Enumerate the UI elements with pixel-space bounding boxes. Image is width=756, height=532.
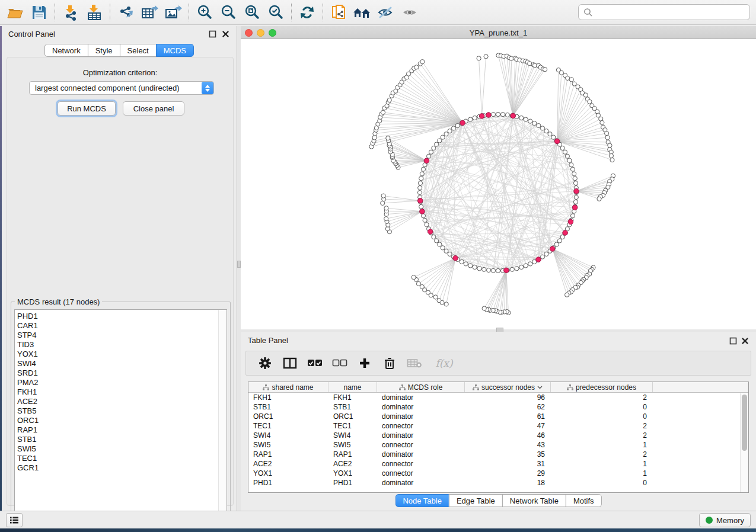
table-row-PHD1[interactable]: PHD1PHD1dominator180: [248, 478, 748, 488]
cell-MCDS-role[interactable]: dominator: [377, 393, 465, 402]
zoom-fit-button[interactable]: [240, 2, 264, 23]
table-row-ORC1[interactable]: ORC1ORC1dominator610: [248, 412, 748, 421]
table-row-SWI4[interactable]: SWI4SWI4dominator462: [248, 431, 748, 440]
mcds-result-item[interactable]: STP4: [17, 331, 227, 340]
cell-shared-name[interactable]: STB1: [248, 402, 328, 412]
cell-name[interactable]: SWI4: [328, 431, 377, 440]
cell-successor-nodes[interactable]: 43: [465, 440, 551, 450]
cell-successor-nodes[interactable]: 47: [465, 421, 551, 431]
delete-table-button[interactable]: [406, 355, 423, 371]
cell-name[interactable]: YOX1: [328, 469, 377, 478]
search-input[interactable]: [596, 8, 745, 17]
scrollbar-thumb[interactable]: [742, 395, 747, 451]
optimization-criterion-select[interactable]: largest connected component (undirected): [29, 81, 214, 95]
mcds-result-item[interactable]: ORC1: [17, 416, 227, 425]
cell-predecessor-nodes[interactable]: 2: [551, 421, 653, 431]
select-all-button[interactable]: [307, 355, 323, 371]
hide-selected-button[interactable]: [374, 2, 398, 23]
cell-successor-nodes[interactable]: 62: [465, 402, 551, 412]
cell-predecessor-nodes[interactable]: 1: [551, 469, 653, 478]
memory-button[interactable]: Memory: [699, 513, 751, 527]
column-header-successor-nodes[interactable]: successor nodes: [465, 382, 551, 392]
cell-successor-nodes[interactable]: 61: [465, 412, 551, 421]
import-network-button[interactable]: [59, 2, 82, 23]
float-window-icon[interactable]: [209, 30, 216, 38]
mcds-result-item[interactable]: SWI5: [17, 444, 227, 454]
mcds-result-item[interactable]: TEC1: [17, 454, 227, 463]
zoom-out-button[interactable]: [216, 2, 240, 23]
tab-network[interactable]: Network: [44, 44, 88, 57]
column-header-MCDS-role[interactable]: MCDS role: [377, 382, 465, 392]
tab-style[interactable]: Style: [88, 44, 120, 57]
cell-name[interactable]: SWI5: [328, 440, 377, 450]
show-all-button[interactable]: [398, 2, 422, 23]
mcds-result-item[interactable]: PHD1: [17, 312, 227, 321]
cell-name[interactable]: STB1: [328, 402, 377, 412]
mcds-result-item[interactable]: CAR1: [17, 321, 227, 331]
cell-predecessor-nodes[interactable]: 0: [551, 478, 653, 488]
export-table-button[interactable]: [138, 2, 161, 23]
cell-predecessor-nodes[interactable]: 1: [551, 459, 653, 469]
tab-edge-table[interactable]: Edge Table: [449, 494, 503, 507]
cell-shared-name[interactable]: PHD1: [248, 478, 328, 488]
cell-name[interactable]: TEC1: [328, 421, 377, 431]
mcds-result-item[interactable]: PMA2: [17, 378, 227, 387]
mcds-result-item[interactable]: SRD1: [17, 368, 227, 378]
cell-shared-name[interactable]: FKH1: [248, 393, 328, 402]
table-row-STB1[interactable]: STB1STB1dominator620: [248, 402, 748, 412]
zoom-in-button[interactable]: [193, 2, 216, 23]
refresh-view-button[interactable]: [295, 2, 319, 23]
table-row-YOX1[interactable]: YOX1YOX1connector291: [248, 469, 748, 478]
tab-select[interactable]: Select: [120, 44, 157, 57]
cell-successor-nodes[interactable]: 35: [465, 450, 551, 459]
tab-network-table[interactable]: Network Table: [502, 494, 566, 507]
cell-name[interactable]: FKH1: [328, 393, 377, 402]
create-column-button[interactable]: [356, 355, 373, 371]
cell-shared-name[interactable]: ACE2: [248, 459, 328, 469]
cell-successor-nodes[interactable]: 18: [465, 478, 551, 488]
mcds-result-item[interactable]: STB5: [17, 406, 227, 416]
table-row-RAP1[interactable]: RAP1RAP1dominator352: [248, 450, 748, 459]
cell-name[interactable]: RAP1: [328, 450, 377, 459]
mcds-result-item[interactable]: RAP1: [17, 425, 227, 435]
table-settings-button[interactable]: [257, 355, 273, 371]
zoom-selected-button[interactable]: [264, 2, 288, 23]
show-column-button[interactable]: [282, 355, 298, 371]
cell-MCDS-role[interactable]: connector: [377, 469, 465, 478]
cell-predecessor-nodes[interactable]: 0: [551, 402, 653, 412]
run-mcds-button[interactable]: Run MCDS: [58, 101, 116, 116]
export-network-button[interactable]: [114, 2, 138, 23]
cell-MCDS-role[interactable]: dominator: [377, 402, 465, 412]
cell-shared-name[interactable]: RAP1: [248, 450, 328, 459]
cell-successor-nodes[interactable]: 96: [465, 393, 551, 402]
column-header-predecessor-nodes[interactable]: predecessor nodes: [551, 382, 653, 392]
save-session-button[interactable]: [27, 2, 51, 23]
cell-shared-name[interactable]: ORC1: [248, 412, 328, 421]
cell-shared-name[interactable]: SWI4: [248, 431, 328, 440]
function-builder-button[interactable]: f(x): [431, 355, 457, 371]
column-header-shared-name[interactable]: shared name: [248, 382, 328, 392]
cell-shared-name[interactable]: YOX1: [248, 469, 328, 478]
mcds-result-item[interactable]: STB1: [17, 435, 227, 444]
table-row-FKH1[interactable]: FKH1FKH1dominator962: [248, 393, 748, 402]
network-canvas[interactable]: [241, 39, 756, 329]
cell-predecessor-nodes[interactable]: 2: [551, 450, 653, 459]
mcds-result-item[interactable]: ACE2: [17, 397, 227, 406]
tab-mcds[interactable]: MCDS: [156, 44, 194, 57]
first-neighbors-button[interactable]: [350, 2, 374, 23]
cell-name[interactable]: ORC1: [328, 412, 377, 421]
cell-shared-name[interactable]: SWI5: [248, 440, 328, 450]
mcds-result-item[interactable]: GCR1: [17, 463, 227, 473]
deselect-all-button[interactable]: [331, 355, 348, 371]
cell-predecessor-nodes[interactable]: 0: [551, 412, 653, 421]
cell-successor-nodes[interactable]: 46: [465, 431, 551, 440]
cell-predecessor-nodes[interactable]: 2: [551, 393, 653, 402]
table-row-ACE2[interactable]: ACE2ACE2connector311: [248, 459, 748, 469]
import-table-button[interactable]: [82, 2, 106, 23]
task-history-button[interactable]: [6, 513, 23, 527]
cell-MCDS-role[interactable]: dominator: [377, 478, 465, 488]
cell-successor-nodes[interactable]: 29: [465, 469, 551, 478]
cell-MCDS-role[interactable]: dominator: [377, 412, 465, 421]
table-row-SWI5[interactable]: SWI5SWI5connector431: [248, 440, 748, 450]
open-file-button[interactable]: [4, 2, 27, 23]
